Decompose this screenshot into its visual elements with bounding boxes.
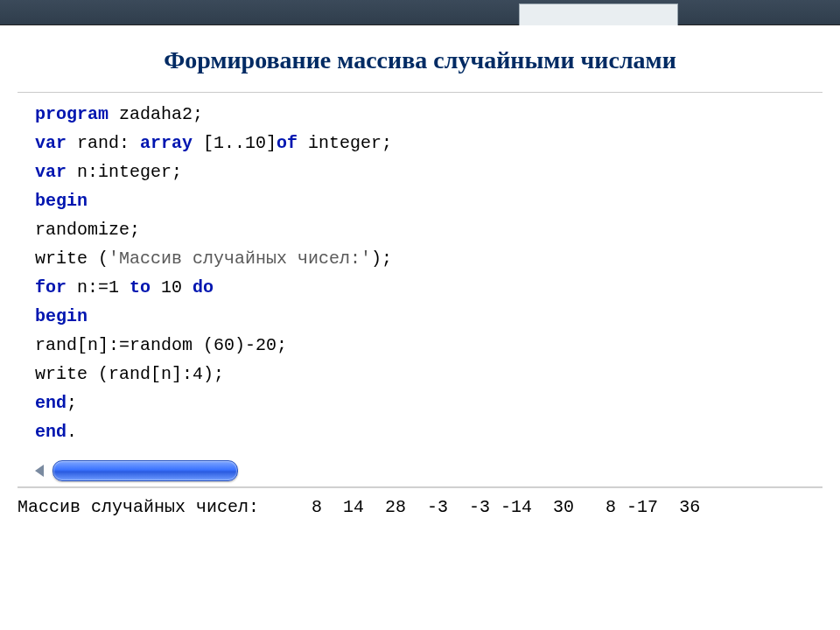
code-text-frag: . bbox=[66, 422, 77, 442]
header-accent-panel bbox=[519, 4, 678, 25]
code-text-frag: ); bbox=[371, 248, 392, 269]
slide-header-bar bbox=[0, 0, 840, 25]
keyword-end: end bbox=[35, 422, 66, 442]
code-text-frag: n:=1 bbox=[66, 277, 130, 298]
keyword-program: program bbox=[35, 104, 108, 124]
keyword-var: var bbox=[35, 133, 66, 153]
scroll-thumb[interactable] bbox=[52, 460, 238, 481]
code-text-frag: integer; bbox=[298, 133, 392, 153]
scroll-left-arrow-icon[interactable] bbox=[35, 465, 44, 477]
code-editor-pane: program zadaha2; var rand: array [1..10]… bbox=[18, 92, 822, 487]
program-output: Массив случайных чисел: 8 14 28 -3 -3 -1… bbox=[0, 488, 840, 517]
slide-title: Формирование массива случайными числами bbox=[0, 46, 840, 74]
code-text-frag: [1..10] bbox=[192, 133, 276, 153]
keyword-begin: begin bbox=[35, 306, 88, 326]
code-text-frag: write ( bbox=[35, 248, 108, 269]
output-values: 8 14 28 -3 -3 -14 30 8 -17 36 bbox=[259, 497, 700, 517]
code-text-frag: zadaha2; bbox=[108, 104, 203, 124]
code-text: program zadaha2; var rand: array [1..10]… bbox=[18, 93, 822, 455]
keyword-for: for bbox=[35, 277, 66, 298]
keyword-to: to bbox=[130, 277, 150, 298]
code-text-frag: ; bbox=[66, 393, 77, 413]
string-literal: 'Массив случайных чисел:' bbox=[108, 248, 371, 269]
keyword-do: do bbox=[192, 277, 214, 298]
keyword-array: array bbox=[140, 133, 192, 153]
code-text-frag: randomize; bbox=[35, 220, 140, 240]
keyword-var: var bbox=[35, 162, 66, 182]
code-text-frag: rand: bbox=[66, 133, 140, 153]
code-text-frag: n:integer; bbox=[66, 162, 182, 182]
keyword-begin: begin bbox=[35, 191, 88, 211]
keyword-end: end bbox=[35, 393, 66, 413]
horizontal-scrollbar[interactable] bbox=[18, 455, 822, 487]
keyword-of: of bbox=[276, 133, 298, 153]
code-text-frag: rand[n]:=random (60)-20; bbox=[35, 335, 287, 355]
code-text-frag: write (rand[n]:4); bbox=[35, 364, 224, 384]
output-label: Массив случайных чисел: bbox=[18, 497, 259, 517]
code-text-frag: 10 bbox=[150, 277, 192, 298]
